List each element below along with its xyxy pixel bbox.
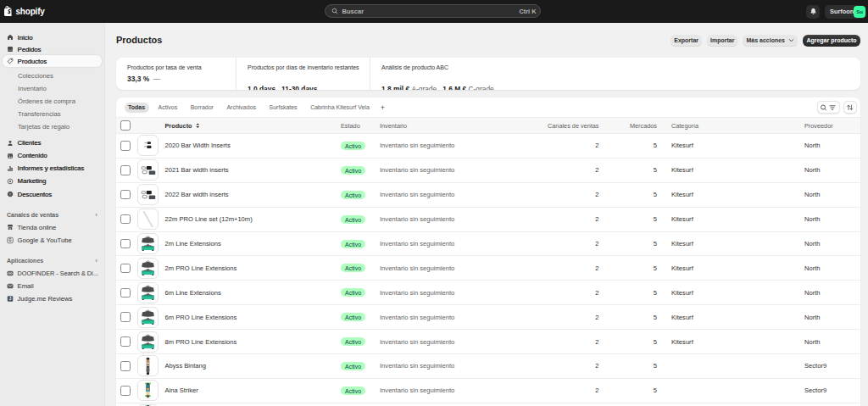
svg-text:G: G (8, 238, 12, 242)
